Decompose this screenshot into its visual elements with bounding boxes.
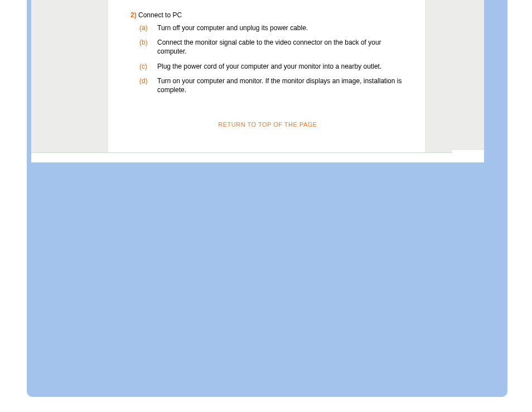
section-heading: 2) Connect to PC — [130, 11, 405, 19]
step-text: Turn off your computer and unplug its po… — [157, 23, 405, 32]
content-column: 2) Connect to PC (a) Turn off your compu… — [108, 0, 425, 160]
step-row: (d) Turn on your computer and monitor. I… — [139, 76, 405, 94]
page-footer-strip — [31, 152, 484, 162]
steps-list: (a) Turn off your computer and unplug it… — [139, 23, 405, 94]
right-column — [425, 0, 484, 152]
step-row: (b) Connect the monitor signal cable to … — [139, 38, 405, 56]
step-text: Plug the power cord of your computer and… — [157, 62, 405, 71]
section-title: Connect to PC — [138, 11, 182, 19]
step-label: (b) — [139, 38, 157, 47]
step-text: Connect the monitor signal cable to the … — [157, 38, 405, 56]
return-to-top-link[interactable]: RETURN TO TOP OF THE PAGE — [130, 121, 405, 128]
step-label: (a) — [139, 23, 157, 32]
step-label: (d) — [139, 76, 157, 85]
page-tab-notch — [452, 149, 484, 153]
sidebar-column — [31, 0, 108, 160]
step-row: (a) Turn off your computer and unplug it… — [139, 23, 405, 32]
step-label: (c) — [139, 62, 157, 71]
step-text: Turn on your computer and monitor. If th… — [157, 76, 405, 94]
step-row: (c) Plug the power cord of your computer… — [139, 62, 405, 71]
section-number: 2) — [130, 11, 137, 19]
